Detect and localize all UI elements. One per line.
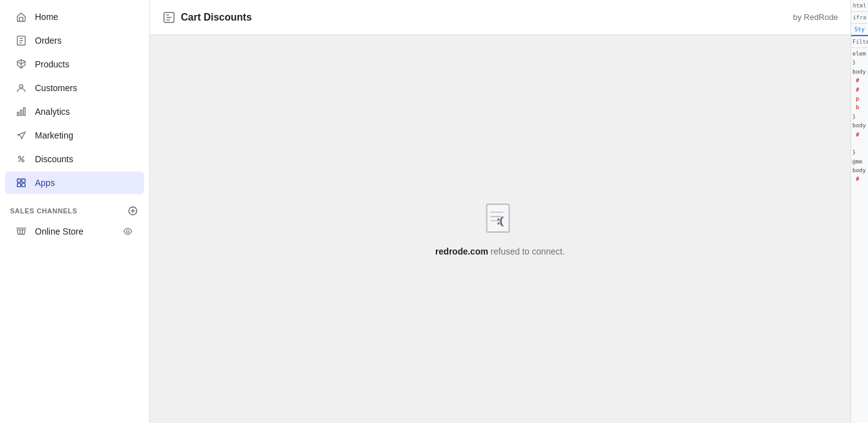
- devtools-tab-html[interactable]: html: [851, 0, 868, 12]
- sidebar-item-customers[interactable]: Customers: [5, 77, 144, 99]
- sidebar-item-home-label: Home: [35, 12, 58, 22]
- sidebar-item-products[interactable]: Products: [5, 53, 144, 75]
- connection-error: :( redrode.com refused to connect.: [435, 202, 565, 256]
- sidebar-item-marketing[interactable]: Marketing: [5, 124, 144, 147]
- sidebar-item-online-store[interactable]: Online Store: [5, 220, 144, 243]
- sidebar-item-apps[interactable]: Apps: [5, 172, 144, 194]
- iframe-content-area: :( redrode.com refused to connect.: [150, 35, 851, 423]
- devtools-tab-iframe[interactable]: ifra: [851, 12, 868, 24]
- svg-rect-3: [21, 110, 22, 115]
- devtools-panel: html ifra Sty Filte elem } body # # p b …: [851, 0, 868, 423]
- svg-text::(: :(: [497, 215, 503, 226]
- svg-rect-7: [17, 179, 21, 182]
- page-title: Cart Discounts: [181, 12, 252, 23]
- main-content: Cart Discounts by RedRode :( redrode.com…: [150, 0, 851, 423]
- svg-rect-9: [17, 183, 21, 187]
- online-store-left: Online Store: [15, 225, 84, 238]
- sidebar-item-orders[interactable]: Orders: [5, 29, 144, 52]
- eye-icon[interactable]: [122, 225, 134, 238]
- sidebar-item-apps-label: Apps: [35, 178, 55, 188]
- sidebar-item-customers-label: Customers: [35, 83, 77, 93]
- apps-icon: [15, 177, 27, 189]
- sidebar-item-discounts[interactable]: Discounts: [5, 148, 144, 170]
- sales-channels-label: SALES CHANNELS: [10, 207, 77, 215]
- sidebar-item-analytics-label: Analytics: [35, 107, 70, 117]
- sidebar-item-analytics[interactable]: Analytics: [5, 100, 144, 123]
- sidebar: Home Orders Products Customers: [0, 0, 150, 423]
- analytics-icon: [15, 105, 27, 118]
- svg-rect-2: [17, 112, 19, 115]
- topbar-byline: by RedRode: [793, 12, 838, 22]
- discounts-icon: [15, 153, 27, 165]
- orders-icon: [15, 34, 27, 47]
- byline-text: by RedRode: [793, 12, 838, 22]
- sidebar-item-products-label: Products: [35, 59, 69, 69]
- svg-rect-8: [22, 179, 25, 182]
- svg-point-12: [127, 230, 129, 233]
- svg-rect-10: [22, 183, 25, 187]
- cart-discounts-icon: [162, 11, 176, 24]
- sidebar-item-marketing-label: Marketing: [35, 130, 73, 140]
- sales-channels-section: SALES CHANNELS: [0, 195, 149, 220]
- products-icon: [15, 58, 27, 70]
- error-message: redrode.com refused to connect.: [435, 246, 565, 256]
- devtools-tab-filter[interactable]: Filte: [851, 36, 868, 48]
- sidebar-item-home[interactable]: Home: [5, 6, 144, 28]
- svg-rect-4: [24, 108, 26, 116]
- marketing-icon: [15, 129, 27, 142]
- sidebar-item-orders-label: Orders: [35, 36, 62, 46]
- svg-point-1: [19, 85, 22, 88]
- devtools-code-content: elem } body # # p b } body # } @me body …: [851, 48, 868, 423]
- customers-icon: [15, 82, 27, 94]
- online-store-label: Online Store: [35, 226, 84, 236]
- add-sales-channel-icon[interactable]: [127, 205, 139, 217]
- topbar-left: Cart Discounts: [162, 11, 252, 24]
- devtools-tab-styles[interactable]: Sty: [851, 24, 868, 36]
- error-document-icon: :(: [481, 202, 519, 239]
- topbar: Cart Discounts by RedRode: [150, 0, 851, 35]
- home-icon: [15, 11, 27, 23]
- store-icon: [15, 225, 27, 238]
- sidebar-item-discounts-label: Discounts: [35, 154, 73, 164]
